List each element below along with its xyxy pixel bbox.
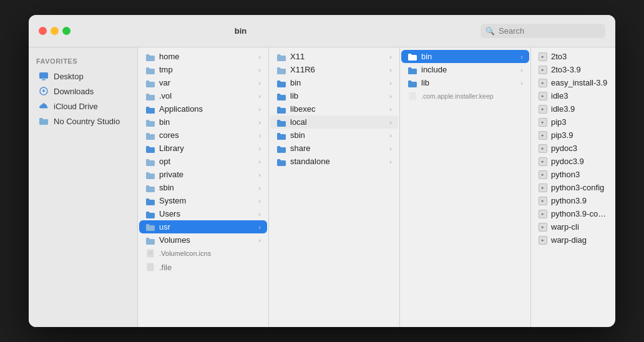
script-icon: ▸ bbox=[539, 144, 547, 153]
chevron-icon: › bbox=[258, 223, 261, 231]
svg-rect-0 bbox=[39, 72, 48, 79]
list-item[interactable]: ▸ 2to3-3.9 bbox=[532, 63, 614, 76]
icloud-icon bbox=[39, 101, 49, 111]
file-name: opt bbox=[159, 157, 255, 166]
list-item[interactable]: X11 › bbox=[270, 50, 398, 63]
sidebar-item-label: Desktop bbox=[54, 72, 84, 81]
list-item[interactable]: Applications › bbox=[139, 102, 267, 115]
list-item[interactable]: var › bbox=[139, 76, 267, 89]
list-item[interactable]: .VolumeIcon.icns bbox=[139, 247, 267, 260]
sidebar-item-icloud[interactable]: iCloud Drive bbox=[31, 99, 135, 114]
list-item[interactable]: X11R6 › bbox=[270, 63, 398, 76]
file-name: python3-config bbox=[551, 183, 608, 192]
file-name: private bbox=[159, 170, 255, 179]
file-name: python3.9 bbox=[551, 196, 608, 205]
list-item[interactable]: ▸ idle3 bbox=[532, 89, 614, 102]
file-name: share bbox=[290, 144, 386, 153]
list-item[interactable]: sbin › bbox=[139, 181, 267, 194]
chevron-icon: › bbox=[389, 66, 392, 74]
file-name: pydoc3 bbox=[551, 144, 608, 153]
titlebar: bin 🔍 bbox=[29, 15, 615, 47]
folder-icon bbox=[145, 131, 155, 139]
list-item[interactable]: ▸ warp-cli bbox=[532, 220, 614, 233]
list-item[interactable]: sbin › bbox=[270, 129, 398, 142]
window-title: bin bbox=[29, 26, 476, 36]
list-item[interactable]: .com.apple.installer.keep bbox=[401, 89, 529, 103]
file-name: usr bbox=[159, 222, 255, 232]
search-input[interactable] bbox=[499, 26, 600, 36]
sidebar-item-desktop[interactable]: Desktop bbox=[31, 69, 135, 84]
file-name: .VolumeIcon.icns bbox=[159, 250, 261, 257]
file-name: pip3.9 bbox=[551, 130, 608, 140]
list-item[interactable]: include › bbox=[401, 63, 529, 76]
svg-rect-7 bbox=[147, 263, 154, 271]
list-item[interactable]: ▸ pydoc3 bbox=[532, 142, 614, 155]
list-item[interactable]: standalone › bbox=[270, 155, 398, 168]
file-name: pip3 bbox=[551, 117, 608, 127]
list-item[interactable]: bin › bbox=[401, 50, 529, 63]
list-item[interactable]: ▸ idle3.9 bbox=[532, 102, 614, 115]
list-item[interactable]: ▸ python3 bbox=[532, 168, 614, 181]
list-item[interactable]: usr › bbox=[139, 220, 267, 233]
file-name: lib bbox=[421, 78, 517, 87]
folder-icon bbox=[145, 210, 155, 218]
list-item[interactable]: Users › bbox=[139, 207, 267, 220]
chevron-icon: › bbox=[258, 145, 261, 152]
list-item[interactable]: tmp › bbox=[139, 63, 267, 76]
list-item[interactable]: bin › bbox=[139, 115, 267, 129]
list-item[interactable]: home › bbox=[139, 50, 267, 63]
list-item[interactable]: Library › bbox=[139, 142, 267, 155]
list-item[interactable]: opt › bbox=[139, 155, 267, 168]
file-name: Users bbox=[159, 209, 255, 218]
sidebar-item-downloads[interactable]: Downloads bbox=[31, 84, 135, 99]
list-item[interactable]: .file bbox=[139, 260, 267, 274]
list-item[interactable]: private › bbox=[139, 168, 267, 181]
list-item[interactable]: lib › bbox=[270, 89, 398, 102]
chevron-icon: › bbox=[258, 237, 261, 244]
folder-icon bbox=[145, 236, 155, 244]
list-item[interactable]: ▸ warp-diag bbox=[532, 233, 614, 247]
sidebar-item-label: iCloud Drive bbox=[54, 102, 98, 111]
sidebar-item-no-country-studio[interactable]: No Country Studio bbox=[31, 114, 135, 129]
file-name: local bbox=[290, 117, 386, 127]
list-item[interactable]: ▸ pip3 bbox=[532, 115, 614, 129]
list-item[interactable]: share › bbox=[270, 142, 398, 155]
folder-icon bbox=[276, 131, 286, 139]
file-name: Volumes bbox=[159, 235, 255, 245]
folder-icon bbox=[145, 223, 155, 232]
script-icon: ▸ bbox=[539, 52, 547, 61]
folder-icon bbox=[145, 92, 155, 100]
sidebar-item-label: Downloads bbox=[54, 87, 94, 96]
sidebar: Favorites Desktop Downloads iClou bbox=[29, 47, 138, 327]
sidebar-item-label: No Country Studio bbox=[54, 117, 120, 126]
folder-icon bbox=[145, 157, 155, 165]
list-item[interactable]: libexec › bbox=[270, 102, 398, 115]
list-item[interactable]: .vol › bbox=[139, 89, 267, 102]
folder-icon bbox=[407, 52, 417, 61]
folder-icon bbox=[276, 92, 286, 100]
folder-icon bbox=[145, 79, 155, 87]
list-item[interactable]: lib › bbox=[401, 76, 529, 89]
list-item[interactable]: bin › bbox=[270, 76, 398, 89]
file-name: bin bbox=[159, 117, 255, 127]
list-item[interactable]: ▸ 2to3 bbox=[532, 50, 614, 63]
list-item[interactable]: System › bbox=[139, 194, 267, 207]
chevron-icon: › bbox=[258, 184, 261, 192]
folder-icon bbox=[145, 105, 155, 113]
list-item[interactable]: ▸ python3.9 bbox=[532, 194, 614, 207]
list-item[interactable]: ▸ python3-config bbox=[532, 181, 614, 194]
file-name: python3.9-config bbox=[551, 209, 608, 218]
chevron-icon: › bbox=[258, 210, 261, 218]
list-item[interactable]: ▸ python3.9-config bbox=[532, 207, 614, 220]
list-item[interactable]: Volumes › bbox=[139, 233, 267, 247]
list-item[interactable]: ▸ pip3.9 bbox=[532, 129, 614, 142]
list-item[interactable]: local › bbox=[270, 115, 398, 129]
chevron-icon: › bbox=[520, 79, 523, 87]
list-item[interactable]: cores › bbox=[139, 129, 267, 142]
chevron-icon: › bbox=[520, 66, 523, 74]
list-item[interactable]: ▸ pydoc3.9 bbox=[532, 155, 614, 168]
list-item[interactable]: ▸ easy_install-3.9 bbox=[532, 76, 614, 89]
file-name: lib bbox=[290, 91, 386, 100]
file-icon bbox=[407, 91, 417, 101]
file-name: libexec bbox=[290, 104, 386, 114]
